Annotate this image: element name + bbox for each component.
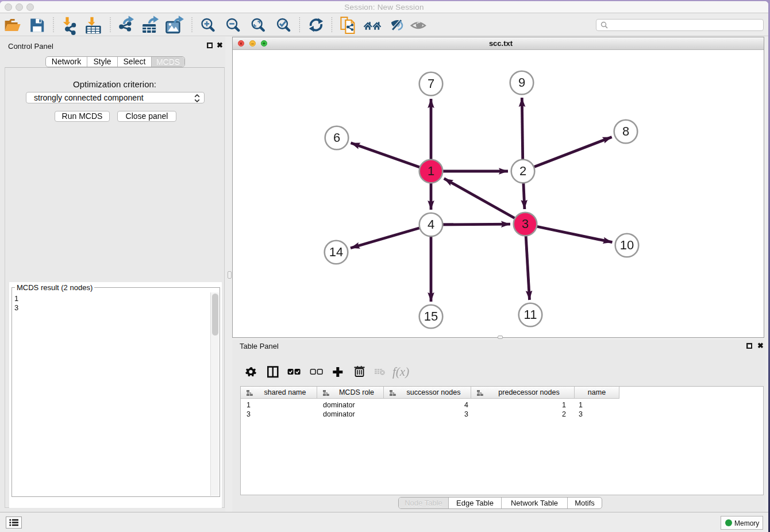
svg-text:8: 8 xyxy=(622,124,629,138)
svg-text:6: 6 xyxy=(333,130,340,145)
svg-text:f(x): f(x) xyxy=(392,366,409,379)
svg-text:10: 10 xyxy=(620,238,634,252)
svg-text:14: 14 xyxy=(329,245,343,259)
svg-text:9: 9 xyxy=(518,75,525,90)
svg-text:1: 1 xyxy=(428,164,434,178)
svg-text:11: 11 xyxy=(524,307,537,322)
svg-text:4: 4 xyxy=(428,217,434,232)
svg-text:15: 15 xyxy=(424,309,438,323)
svg-text:2: 2 xyxy=(519,164,526,178)
svg-text:Memory: Memory xyxy=(734,519,759,527)
svg-text:3: 3 xyxy=(522,217,529,231)
svg-text:7: 7 xyxy=(428,76,434,91)
